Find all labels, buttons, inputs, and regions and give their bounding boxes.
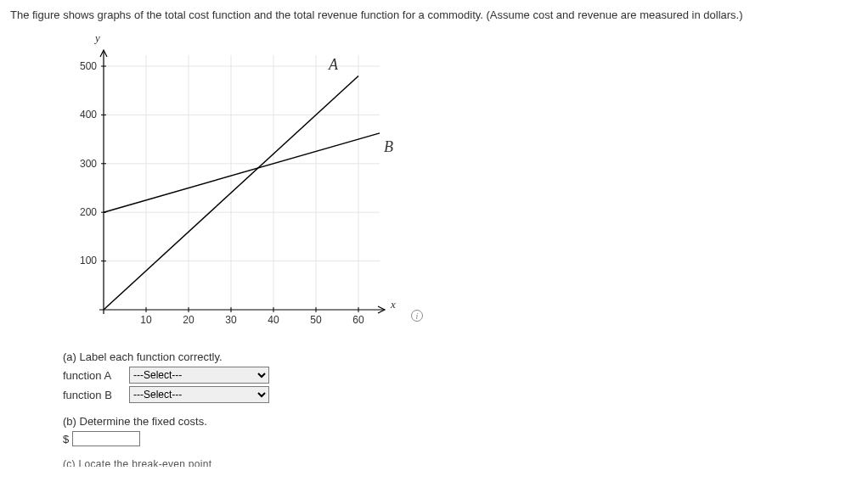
function-b-label: function B bbox=[63, 389, 122, 401]
y-tick-200: 200 bbox=[80, 206, 97, 218]
y-tick-500: 500 bbox=[80, 60, 97, 72]
function-b-select[interactable]: ---Select--- bbox=[129, 386, 269, 403]
x-tick-40: 40 bbox=[268, 314, 279, 326]
function-a-label: function A bbox=[63, 369, 122, 382]
label-line-A: A bbox=[328, 56, 339, 73]
x-axis-label: x bbox=[390, 298, 396, 311]
label-line-B: B bbox=[384, 138, 393, 155]
x-tick-30: 30 bbox=[225, 314, 237, 326]
chart: 10 20 30 40 50 60 100 200 300 400 500 bbox=[61, 47, 401, 335]
x-tick-50: 50 bbox=[310, 314, 322, 326]
currency-symbol: $ bbox=[63, 433, 69, 446]
function-a-select[interactable]: ---Select--- bbox=[129, 367, 269, 384]
question-b-title: (b) Determine the fixed costs. bbox=[63, 415, 858, 428]
x-tick-20: 20 bbox=[183, 314, 194, 326]
chart-container: y bbox=[61, 31, 858, 335]
problem-prompt: The figure shows graphs of the total cos… bbox=[10, 8, 858, 21]
y-tick-400: 400 bbox=[80, 109, 97, 120]
y-tick-100: 100 bbox=[80, 255, 97, 266]
x-tick-10: 10 bbox=[140, 314, 152, 326]
y-axis-label: y bbox=[95, 31, 858, 45]
question-a-title: (a) Label each function correctly. bbox=[63, 350, 858, 363]
x-tick-60: 60 bbox=[352, 314, 364, 326]
question-a: (a) Label each function correctly. funct… bbox=[63, 350, 858, 403]
fixed-costs-input[interactable] bbox=[72, 431, 140, 446]
question-c-cutoff: (c) Locate the break-even point bbox=[63, 458, 858, 467]
y-tick-300: 300 bbox=[80, 158, 97, 170]
info-icon[interactable]: i bbox=[411, 310, 423, 322]
question-b: (b) Determine the fixed costs. $ bbox=[63, 415, 858, 446]
series-line-B bbox=[104, 133, 380, 212]
